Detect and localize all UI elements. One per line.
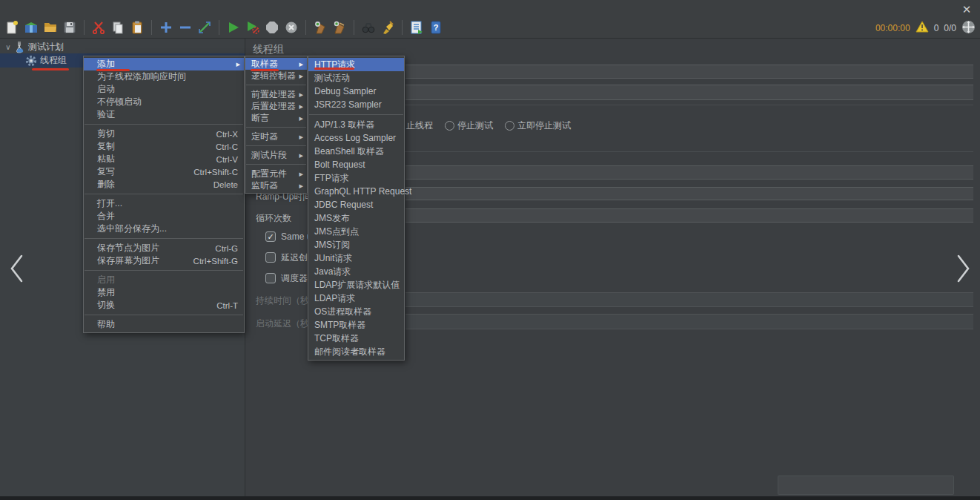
help-icon[interactable]: ? (427, 19, 445, 36)
menu-item-label: 复写 (97, 165, 115, 178)
save-icon[interactable] (61, 19, 79, 36)
menu-item[interactable]: 定时器 (245, 131, 307, 142)
menu-item[interactable]: JMS点到点 (308, 225, 404, 238)
clear-all-icon[interactable] (379, 19, 397, 36)
menu-item[interactable]: 切换Ctrl-T (84, 299, 244, 312)
remote-globe-icon[interactable] (961, 20, 976, 37)
menu-item-label: 启用 (97, 274, 115, 286)
subtract-icon[interactable] (176, 19, 194, 36)
menu-item[interactable]: Access Log Sampler (308, 131, 404, 145)
menu-item[interactable]: FTP请求 (308, 171, 404, 185)
checkbox-icon[interactable]: ✓ (265, 252, 276, 263)
threads-field[interactable] (405, 165, 973, 180)
remote-start-icon[interactable] (311, 19, 329, 36)
start-no-pauses-icon[interactable] (244, 19, 262, 36)
menu-item[interactable]: JSR223 Sampler (308, 98, 404, 111)
menu-item[interactable]: 后置处理器 (245, 100, 307, 112)
menu-item[interactable]: 复写Ctrl+Shift-C (84, 165, 244, 178)
new-icon[interactable] (3, 19, 21, 36)
menu-item[interactable]: 删除Delete (84, 178, 244, 191)
menu-item[interactable]: 测试活动 (308, 71, 404, 85)
menu-item[interactable]: 启用 (84, 274, 244, 286)
start-icon[interactable] (225, 19, 242, 36)
menu-item[interactable]: 选中部分保存为... (84, 223, 244, 235)
prev-arrow-icon[interactable] (7, 254, 25, 286)
menu-item[interactable]: JMS订阅 (308, 238, 404, 251)
menu-item[interactable]: LDAP请求 (308, 292, 404, 305)
chevron-down-icon[interactable]: ∨ (3, 43, 13, 51)
menu-item[interactable]: Debug Sampler (308, 85, 404, 98)
menu-item[interactable]: 复制Ctrl-C (84, 140, 244, 153)
menu-item-label: JUnit请求 (314, 252, 352, 265)
menu-item-label: 切换 (97, 299, 115, 312)
loops-field[interactable] (405, 208, 973, 223)
search-icon[interactable] (360, 19, 377, 36)
menu-item[interactable]: Bolt Request (308, 158, 404, 171)
menu-item[interactable]: BeanShell 取样器 (308, 145, 404, 158)
radio-stop-test[interactable]: 停止测试 (445, 119, 493, 132)
paste-icon[interactable] (128, 19, 146, 36)
radio-icon[interactable] (445, 121, 454, 131)
toolbar: ? (0, 16, 980, 39)
menu-item[interactable]: Java请求 (308, 265, 404, 278)
menu-item[interactable]: 断言 (245, 112, 307, 124)
comments-field[interactable] (405, 85, 973, 100)
menu-item[interactable]: 配置元件 (245, 168, 307, 180)
checkbox-icon[interactable]: ✓ (265, 273, 276, 283)
cut-icon[interactable] (90, 19, 107, 36)
menu-item[interactable]: 帮助 (84, 318, 244, 331)
menu-item[interactable]: 合并 (84, 210, 244, 223)
remote-start-all-icon[interactable] (331, 19, 348, 36)
checkbox-icon[interactable]: ✓ (265, 231, 276, 242)
menu-item[interactable]: 剪切Ctrl-X (84, 128, 244, 140)
menu-item[interactable]: 验证 (84, 108, 244, 121)
copy-icon[interactable] (109, 19, 127, 36)
menu-item[interactable]: JMS发布 (308, 211, 404, 225)
close-button[interactable]: ✕ (958, 1, 976, 18)
menu-item[interactable]: 启动 (84, 83, 244, 96)
radio-icon[interactable] (505, 121, 514, 131)
radio-stop-test-now[interactable]: 立即停止测试 (505, 119, 571, 132)
menu-item[interactable]: JDBC Request (308, 198, 404, 211)
menu-item[interactable]: OS进程取样器 (308, 305, 404, 318)
stop-icon[interactable] (263, 19, 281, 36)
menu-item-label: 打开... (97, 197, 122, 210)
menu-item[interactable]: 保存屏幕为图片Ctrl+Shift-G (84, 254, 244, 267)
menu-separator (246, 164, 306, 165)
menu-item[interactable]: 前置处理器 (245, 88, 307, 100)
warning-icon[interactable] (916, 21, 929, 36)
menu-item[interactable]: GraphQL HTTP Request (308, 185, 404, 198)
menu-item-label: 复制 (97, 140, 115, 153)
duration-label: 持续时间（秒 (256, 295, 309, 307)
menu-item[interactable]: SMTP取样器 (308, 318, 404, 332)
templates-icon[interactable] (22, 19, 40, 36)
menu-item[interactable]: 不停顿启动 (84, 96, 244, 108)
menu-item[interactable]: 测试片段 (245, 149, 307, 161)
menu-item[interactable]: 粘贴Ctrl-V (84, 153, 244, 165)
toolbar-separator (402, 20, 403, 35)
menu-item[interactable]: AJP/1.3 取样器 (308, 118, 404, 131)
menu-separator (246, 127, 306, 128)
loops-label: 循环次数 (256, 212, 291, 225)
menu-item[interactable]: 为子线程添加响应时间 (84, 70, 244, 83)
add-icon[interactable] (157, 19, 175, 36)
menu-item[interactable]: 邮件阅读者取样器 (308, 345, 404, 358)
tree-item-test-plan[interactable]: ∨ 测试计划 (0, 40, 245, 54)
open-icon[interactable] (42, 19, 59, 36)
toggle-icon[interactable] (196, 19, 213, 36)
menu-item-label: 禁用 (97, 286, 115, 299)
menu-item[interactable]: TCP取样器 (308, 332, 404, 345)
menu-item[interactable]: LDAP扩展请求默认值 (308, 278, 404, 292)
menu-item[interactable]: 保存节点为图片Ctrl-G (84, 242, 244, 254)
rampup-field[interactable] (405, 187, 973, 200)
menu-item[interactable]: 监听器 (245, 180, 307, 191)
menu-item[interactable]: 逻辑控制器 (245, 70, 307, 82)
function-helper-icon[interactable] (408, 19, 426, 36)
name-field[interactable] (405, 65, 973, 79)
menu-item[interactable]: JUnit请求 (308, 251, 404, 265)
shutdown-icon[interactable] (282, 19, 300, 36)
next-arrow-icon[interactable] (955, 254, 973, 286)
menu-item[interactable]: 打开... (84, 197, 244, 210)
menu-item[interactable]: 取样器 (245, 58, 307, 70)
menu-item[interactable]: 禁用 (84, 286, 244, 299)
